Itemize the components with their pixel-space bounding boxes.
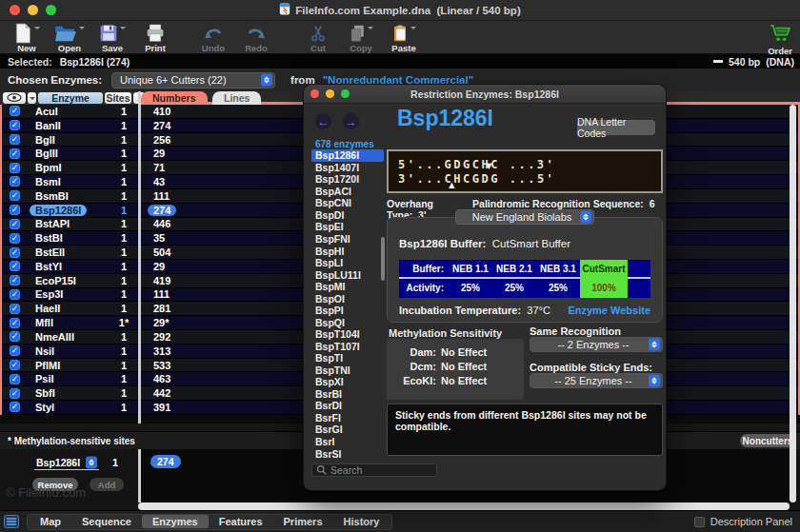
enzyme-checkbox[interactable]: ✓ bbox=[10, 205, 20, 215]
enzyme-list-item-BspXI[interactable]: BspXI bbox=[311, 376, 384, 388]
view-tab-history[interactable]: History bbox=[333, 515, 390, 528]
enzyme-search-input[interactable]: Search bbox=[311, 463, 437, 477]
view-tab-primers[interactable]: Primers bbox=[273, 515, 333, 528]
forward-arrow-button[interactable]: → bbox=[343, 113, 359, 129]
dropdown-caret-icon[interactable] bbox=[368, 27, 373, 32]
enzyme-checkbox[interactable]: ✓ bbox=[10, 402, 20, 412]
enzyme-checkbox[interactable]: ✓ bbox=[10, 261, 20, 271]
back-arrow-button[interactable]: ← bbox=[315, 113, 331, 129]
enzyme-list-item-BspDI[interactable]: BspDI bbox=[311, 209, 384, 222]
new-button[interactable]: New bbox=[10, 23, 44, 53]
enzyme-checkbox[interactable]: ✓ bbox=[10, 318, 20, 328]
description-panel-toggle[interactable]: Description Panel bbox=[694, 516, 792, 527]
enzyme-list-item-BsrI[interactable]: BsrI bbox=[311, 436, 384, 448]
enzyme-list-item-BspLU11I[interactable]: BspLU11I bbox=[311, 268, 384, 281]
enzyme-checkbox[interactable]: ✓ bbox=[10, 331, 20, 342]
dialog-title: Restriction Enzymes: Bsp1286I bbox=[304, 89, 666, 100]
enzyme-checkbox[interactable]: ✓ bbox=[10, 233, 20, 244]
enzyme-checkbox[interactable]: ✓ bbox=[10, 134, 20, 145]
enzyme-sites: 1 bbox=[108, 134, 140, 146]
column-header-sites[interactable]: Sites bbox=[105, 92, 131, 104]
order-button[interactable]: Order bbox=[768, 23, 792, 56]
enzyme-checkbox[interactable]: ✓ bbox=[10, 289, 20, 300]
compatible-sticky-ends-dropdown[interactable]: -- 25 Enzymes -- bbox=[530, 373, 663, 388]
dna-letter-codes-button[interactable]: DNA Letter Codes bbox=[577, 120, 655, 135]
enzyme-list-item-BspCNI[interactable]: BspCNI bbox=[311, 197, 384, 209]
visibility-eye-button[interactable] bbox=[3, 92, 26, 104]
site-count-value: 1 bbox=[112, 457, 118, 468]
enzyme-list-item-BspT104I[interactable]: BspT104I bbox=[311, 328, 384, 341]
enzyme-list-item-BspT107I[interactable]: BspT107I bbox=[311, 341, 384, 353]
enzyme-list-item-BspACI[interactable]: BspACI bbox=[311, 186, 384, 198]
enzyme-list-item-BspTNI[interactable]: BspTNI bbox=[311, 365, 384, 377]
add-button[interactable]: Add bbox=[90, 478, 124, 491]
enzyme-list-item-BspLI[interactable]: BspLI bbox=[311, 257, 384, 269]
enzyme-list-item-BspTI[interactable]: BspTI bbox=[311, 352, 384, 365]
enzyme-list-item-BsrSI[interactable]: BsrSI bbox=[311, 447, 384, 460]
enzyme-list-item-BsrBI[interactable]: BsrBI bbox=[311, 388, 384, 401]
enzyme-list-item-Bsp1720I[interactable]: Bsp1720I bbox=[311, 173, 384, 186]
buffer-cell: CutSmart bbox=[580, 260, 628, 279]
open-button[interactable]: Open bbox=[52, 23, 87, 53]
column-header-enzyme[interactable]: Enzyme bbox=[38, 92, 103, 104]
enzyme-list-item-BspQI[interactable]: BspQI bbox=[311, 316, 384, 328]
print-button[interactable]: Print bbox=[138, 23, 172, 53]
enzyme-position: 410 bbox=[153, 106, 170, 117]
enzyme-checkbox[interactable]: ✓ bbox=[10, 163, 20, 173]
enzyme-checkbox[interactable]: ✓ bbox=[10, 120, 20, 130]
enzyme-position: 29 bbox=[153, 261, 165, 272]
view-tab-map[interactable]: Map bbox=[30, 515, 71, 528]
same-recognition-dropdown[interactable]: -- 2 Enzymes -- bbox=[530, 337, 663, 352]
enzyme-list-item-BsrDI[interactable]: BsrDI bbox=[311, 400, 384, 412]
enzyme-checkbox[interactable]: ✓ bbox=[10, 106, 20, 116]
description-panel-checkbox[interactable] bbox=[694, 517, 705, 527]
enzyme-checkbox[interactable]: ✓ bbox=[10, 374, 20, 384]
column-divider[interactable] bbox=[138, 91, 141, 424]
enzyme-select-dropdown[interactable]: Bsp1286I bbox=[34, 455, 99, 470]
panel-toggle-icon[interactable] bbox=[4, 515, 19, 528]
enzyme-list-item-BsrFI[interactable]: BsrFI bbox=[311, 412, 384, 424]
enzyme-list-item-BspHI[interactable]: BspHI bbox=[311, 245, 384, 257]
enzyme-checkbox[interactable]: ✓ bbox=[10, 275, 20, 286]
enzyme-website-link[interactable]: Enzyme Website bbox=[568, 305, 650, 316]
enzyme-list-item-BspMI[interactable]: BspMI bbox=[311, 281, 384, 293]
noncutters-button[interactable]: Noncutters bbox=[740, 434, 795, 447]
dropdown-caret-icon[interactable] bbox=[34, 27, 40, 32]
enzyme-checkbox[interactable]: ✓ bbox=[10, 219, 20, 229]
site-position-badge[interactable]: 274 bbox=[150, 455, 181, 468]
enzyme-list-item-Bsp1286I[interactable]: Bsp1286I bbox=[311, 149, 384, 162]
enzyme-checkbox[interactable]: ✓ bbox=[10, 388, 20, 399]
enzyme-list-item-BspOI[interactable]: BspOI bbox=[311, 292, 384, 305]
view-tab-enzymes[interactable]: Enzymes bbox=[142, 515, 209, 528]
enzyme-position: 442 bbox=[153, 387, 170, 399]
enzyme-list-item-BsrGI[interactable]: BsrGI bbox=[311, 424, 384, 436]
vertical-scrollbar[interactable] bbox=[790, 105, 796, 502]
enzyme-list-item-BspEI[interactable]: BspEI bbox=[311, 221, 384, 233]
enzyme-checkbox[interactable]: ✓ bbox=[10, 360, 20, 370]
enzyme-checkbox[interactable]: ✓ bbox=[10, 176, 20, 187]
tab-lines[interactable]: Lines bbox=[212, 91, 261, 105]
tab-numbers[interactable]: Numbers bbox=[141, 91, 208, 105]
dropdown-caret-icon[interactable] bbox=[410, 27, 416, 32]
list-scrollbar-thumb[interactable] bbox=[381, 237, 385, 281]
paste-button[interactable]: Paste bbox=[387, 23, 421, 53]
visibility-options-caret[interactable] bbox=[28, 92, 36, 104]
enzyme-set-dropdown[interactable]: Unique 6+ Cutters (22) bbox=[111, 72, 275, 89]
enzyme-checkbox[interactable]: ✓ bbox=[10, 247, 20, 258]
enzyme-checkbox[interactable]: ✓ bbox=[10, 345, 20, 356]
horizontal-scrollbar[interactable] bbox=[138, 502, 790, 510]
enzyme-list-item-BspFNI[interactable]: BspFNI bbox=[311, 233, 384, 246]
dropdown-caret-icon[interactable] bbox=[120, 27, 126, 32]
enzyme-checkbox[interactable]: ✓ bbox=[10, 190, 20, 201]
save-button[interactable]: Save bbox=[95, 23, 130, 53]
enzyme-checkbox[interactable]: ✓ bbox=[10, 304, 20, 314]
enzyme-list-item-BspPI[interactable]: BspPI bbox=[311, 305, 384, 317]
dropdown-caret-icon[interactable] bbox=[79, 27, 85, 32]
enzyme-name: PflMI bbox=[35, 360, 108, 371]
view-tab-features[interactable]: Features bbox=[209, 515, 273, 528]
supplier-dropdown[interactable]: New England Biolabs bbox=[455, 209, 594, 225]
enzyme-list-item-Bsp1407I[interactable]: Bsp1407I bbox=[311, 162, 384, 174]
view-tab-sequence[interactable]: Sequence bbox=[71, 515, 142, 528]
dialog-title-bar: Restriction Enzymes: Bsp1286I bbox=[304, 85, 666, 104]
enzyme-checkbox[interactable]: ✓ bbox=[10, 148, 20, 159]
